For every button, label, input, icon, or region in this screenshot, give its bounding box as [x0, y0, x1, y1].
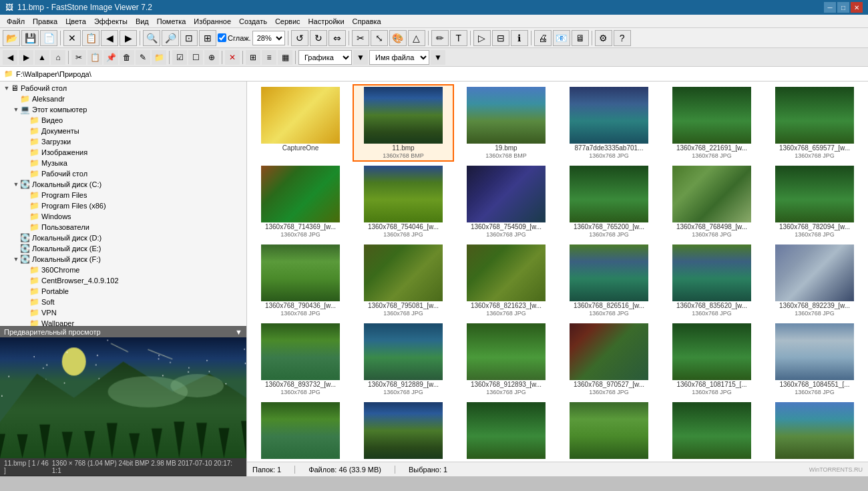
tb-copy-btn[interactable]: 📋: [82, 30, 99, 46]
tree-expand-icon[interactable]: ▼: [12, 256, 20, 263]
tree-item[interactable]: 📁Пользователи: [0, 222, 246, 232]
thumbnail-item[interactable]: 1360x768_970527_[w...1360x768 JPG: [558, 321, 660, 398]
tb-wallpaper-btn[interactable]: 🖥: [572, 30, 589, 46]
tb-save-as-btn[interactable]: 📄: [40, 30, 57, 46]
tb2-copy2-btn[interactable]: 📋: [87, 50, 102, 65]
tree-expand-icon[interactable]: ▼: [3, 85, 11, 92]
menu-edit[interactable]: Правка: [29, 16, 61, 27]
tb-delete-btn[interactable]: ✕: [63, 30, 81, 46]
tb-help-btn[interactable]: ?: [614, 30, 631, 46]
tree-item[interactable]: 📁Program Files (x86): [0, 200, 246, 211]
menu-service[interactable]: Сервис: [271, 16, 304, 27]
menu-settings[interactable]: Настройки: [304, 16, 349, 27]
tree-item[interactable]: 💽Локальный диск (D:): [0, 232, 246, 243]
maximize-button[interactable]: □: [837, 2, 849, 13]
menu-effects[interactable]: Эффекты: [90, 16, 132, 27]
menu-colors[interactable]: Цвета: [61, 16, 90, 27]
tree-item[interactable]: 📁Музыка: [0, 158, 246, 168]
thumbnail-item[interactable]: ...1360x768 JPG: [455, 399, 557, 462]
tb-resize-btn[interactable]: ⤡: [371, 30, 388, 46]
tb2-view3-btn[interactable]: ▦: [278, 50, 292, 65]
tree-item[interactable]: 📁Изображения: [0, 147, 246, 158]
thumbnail-item[interactable]: 1360x768_782094_[w...1360x768 JPG: [764, 163, 865, 240]
menu-file[interactable]: Файл: [3, 16, 29, 27]
thumbnail-item[interactable]: 1360x768_765200_[w...1360x768 JPG: [558, 163, 660, 240]
tb2-deselect-btn[interactable]: ☐: [188, 50, 203, 65]
thumbnail-item[interactable]: 1360x768_659577_[w...1360x768 JPG: [764, 84, 865, 162]
view-select[interactable]: Графика: [298, 50, 352, 65]
tb-settings-btn[interactable]: ⚙: [595, 30, 612, 46]
tb-sharpen-btn[interactable]: △: [408, 30, 425, 46]
thumbnail-item[interactable]: 877a7dde3335ab701...1360x768 JPG: [558, 84, 660, 162]
tb2-back-btn[interactable]: ◀: [3, 50, 17, 65]
menu-mark[interactable]: Пометка: [153, 16, 190, 27]
tb2-sort-arrow[interactable]: ▼: [431, 50, 445, 65]
tree-item[interactable]: 📁Aleksandr: [0, 94, 246, 104]
tb-crop-btn[interactable]: ✂: [352, 30, 369, 46]
tb-draw-btn[interactable]: ✏: [431, 30, 449, 46]
tb-text-btn[interactable]: T: [450, 30, 467, 46]
zoom-dropdown[interactable]: 28%: [252, 31, 285, 45]
tb2-paste-btn[interactable]: 📌: [103, 50, 118, 65]
tb2-rename-btn[interactable]: ✎: [136, 50, 150, 65]
tb-send-btn[interactable]: 📧: [553, 30, 570, 46]
thumbnail-item[interactable]: 19.bmp1360x768 BMP: [455, 84, 557, 162]
menu-view[interactable]: Вид: [132, 16, 153, 27]
thumbnail-item[interactable]: 1360x768_768498_[w...1360x768 JPG: [661, 163, 763, 240]
tree-item[interactable]: 📁Program Files: [0, 190, 246, 200]
thumbnail-item[interactable]: 1360x768_892239_[w...1360x768 JPG: [764, 242, 865, 319]
tree-item[interactable]: 📁Рабочий стол: [0, 168, 246, 179]
thumbnail-item[interactable]: ...1360x768 JPG: [250, 399, 351, 462]
tb-slide-btn[interactable]: ▷: [473, 30, 491, 46]
thumbnail-item[interactable]: 1360x768_821623_[w...1360x768 JPG: [455, 242, 557, 319]
tree-item[interactable]: 📁Документы: [0, 126, 246, 136]
tree-item[interactable]: 📁CentBrowser_4.0.9.102: [0, 275, 246, 286]
thumbnail-item[interactable]: 1360x768_912893_[w...1360x768 JPG: [455, 321, 557, 398]
thumbnail-item[interactable]: 1360x768_912889_[w...1360x768 JPG: [353, 321, 454, 398]
thumbnail-item[interactable]: 1360x768_221691_[w...1360x768 JPG: [661, 84, 763, 162]
thumbnail-item[interactable]: 1360x768_826516_[w...1360x768 JPG: [558, 242, 660, 319]
tb-open-btn[interactable]: 📂: [3, 30, 20, 46]
tb2-up-btn[interactable]: ▲: [35, 50, 49, 65]
tree-item[interactable]: 📁Windows: [0, 211, 246, 222]
thumbnail-item[interactable]: 11.bmp1360x768 BMP: [353, 84, 454, 162]
thumbnail-item[interactable]: 1360x768_893732_[w...1360x768 JPG: [250, 321, 351, 398]
menu-create[interactable]: Создать: [235, 16, 271, 27]
thumbnail-item[interactable]: CaptureOne: [250, 84, 351, 162]
tree-item[interactable]: 📁VPN: [0, 307, 246, 318]
tb-fit-btn[interactable]: ⊡: [180, 30, 198, 46]
tb-save-btn[interactable]: 💾: [21, 30, 39, 46]
menu-favorites[interactable]: Избранное: [190, 16, 235, 27]
tree-item[interactable]: ▼🖥Рабочий стол: [0, 83, 246, 94]
tree-expand-icon[interactable]: ▼: [12, 181, 20, 188]
tb-compare-btn[interactable]: ⊟: [492, 30, 509, 46]
tb-next-btn[interactable]: ▶: [120, 30, 137, 46]
tb2-newfolder-btn[interactable]: 📁: [152, 50, 166, 65]
minimize-button[interactable]: ─: [824, 2, 836, 13]
tb2-delete-btn[interactable]: 🗑: [120, 50, 134, 65]
tree-item[interactable]: 📁Загрузки: [0, 136, 246, 147]
tree-item[interactable]: ▼💻Этот компьютер: [0, 104, 246, 115]
tree-item[interactable]: 📁Wallpaper: [0, 318, 246, 326]
tb-zoomin-btn[interactable]: 🔍: [143, 30, 160, 46]
thumbnail-item[interactable]: ...1360x768 JPG: [353, 399, 454, 462]
tb2-view2-btn[interactable]: ≡: [262, 50, 276, 65]
preview-collapse-btn[interactable]: ▼: [235, 328, 242, 336]
tb2-view1-btn[interactable]: ⊞: [246, 50, 260, 65]
tb2-invert-btn[interactable]: ⊕: [204, 50, 219, 65]
thumbnail-area[interactable]: CaptureOne11.bmp1360x768 BMP19.bmp1360x7…: [247, 81, 868, 462]
tree-item[interactable]: ▼💽Локальный диск (C:): [0, 179, 246, 190]
tb-full-btn[interactable]: ⊞: [199, 30, 216, 46]
thumbnail-item[interactable]: 1360x768_1081715_[...1360x768 JPG: [661, 321, 763, 398]
tb2-home-btn[interactable]: ⌂: [51, 50, 65, 65]
tree-item[interactable]: 📁360Chrome: [0, 265, 246, 275]
thumbnail-item[interactable]: 1360x768_1084551_[...1360x768 JPG: [764, 321, 865, 398]
tb-zoomout-btn[interactable]: 🔎: [162, 30, 179, 46]
tree-item[interactable]: 💽Локальный диск (E:): [0, 243, 246, 254]
window-controls[interactable]: ─ □ ✕: [824, 2, 863, 13]
tb2-cut-btn[interactable]: ✂: [71, 50, 86, 65]
thumbnail-item[interactable]: ...1360x768 JPG: [558, 399, 660, 462]
thumbnail-item[interactable]: 1360x768_714369_[w...1360x768 JPG: [250, 163, 351, 240]
thumbnail-item[interactable]: 1360x768_754509_[w...1360x768 JPG: [455, 163, 557, 240]
smooth-check[interactable]: Сглаж.: [218, 33, 251, 42]
